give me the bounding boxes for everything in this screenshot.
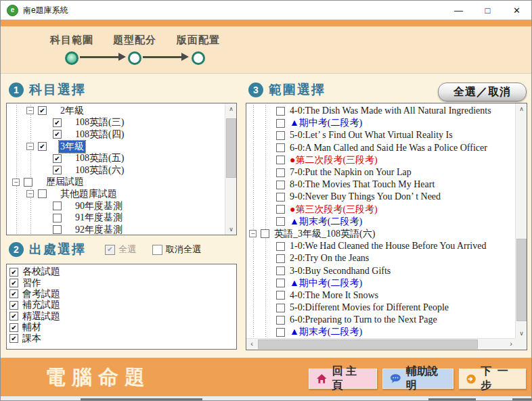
checkbox[interactable] bbox=[53, 225, 62, 234]
range-tree-item[interactable]: 8-0:The Movies That Touch My Heart bbox=[246, 179, 515, 191]
checkbox[interactable] bbox=[276, 279, 285, 287]
tree-item-label[interactable]: 92年度基測 bbox=[74, 224, 124, 235]
checkbox[interactable] bbox=[276, 242, 285, 251]
tree-item-label[interactable]: 9-0:Never Buy Things You Don’ t Need bbox=[288, 191, 442, 202]
range-horizontal-scrollbar[interactable]: ‹ › bbox=[246, 338, 516, 350]
subject-vertical-scrollbar[interactable]: ∧ ∨ bbox=[225, 103, 236, 235]
subject-tree-item[interactable]: 90年度基測 bbox=[7, 200, 225, 212]
deselect-all-checkbox[interactable] bbox=[152, 245, 162, 255]
subject-tree-item[interactable]: ✔108英語(三) bbox=[7, 117, 225, 129]
range-tree-item[interactable]: ▲期末考(二段考) bbox=[246, 216, 515, 228]
range-tree-item[interactable]: 1-0:We Had Cleaned the House Before You … bbox=[246, 240, 515, 252]
tree-item-label[interactable]: 8-0:The Movies That Touch My Heart bbox=[288, 179, 436, 190]
checkbox[interactable] bbox=[276, 205, 285, 214]
tree-item-label[interactable]: 108英語(四) bbox=[74, 128, 125, 141]
checkbox[interactable] bbox=[261, 229, 269, 238]
tree-item-label[interactable]: 90年度基測 bbox=[74, 200, 124, 212]
tree-item-label[interactable]: 1-0:We Had Cleaned the House Before You … bbox=[288, 241, 487, 252]
range-tree-item[interactable]: ▲期中考(二段考) bbox=[246, 117, 515, 129]
select-toggle-button[interactable]: 全選／取消 bbox=[438, 82, 527, 101]
subject-tree-item[interactable]: −✔3年級 bbox=[7, 141, 225, 153]
range-tree-item[interactable]: 7-0:Put the Napkin on Your Lap bbox=[246, 166, 515, 179]
checkbox[interactable] bbox=[276, 131, 285, 140]
next-step-button[interactable]: 下 一 步 bbox=[459, 369, 526, 389]
checkbox[interactable]: ✔ bbox=[53, 154, 62, 163]
checkbox[interactable]: ✔ bbox=[9, 334, 18, 343]
tree-item-label[interactable]: 3-0:Buy Secondhand Gifts bbox=[288, 266, 392, 277]
checkbox[interactable] bbox=[24, 178, 32, 187]
range-tree-item[interactable]: 5-0:Let’ s Find Out What Virtual Reality… bbox=[246, 129, 515, 141]
tree-item-label[interactable]: ▲期中考(二段考) bbox=[288, 117, 363, 129]
subject-tree-item[interactable]: ✔108英語(六) bbox=[7, 164, 225, 176]
checkbox[interactable] bbox=[276, 156, 285, 164]
home-button[interactable]: 回 主 頁 bbox=[309, 369, 377, 389]
range-tree-item[interactable]: 4-0:The More It Snows bbox=[246, 289, 515, 302]
tree-item-label[interactable]: 4-0:The Dish Was Made with All Natural I… bbox=[288, 105, 493, 116]
checkbox[interactable]: ✔ bbox=[38, 106, 47, 115]
source-item[interactable]: ✔補充試題 bbox=[9, 300, 235, 310]
tree-item-label[interactable]: ▲期末考(二段考) bbox=[288, 326, 363, 338]
tree-item-label[interactable]: 4-0:The More It Snows bbox=[288, 290, 380, 301]
tree-item-label[interactable]: 5-0:Let’ s Find Out What Virtual Reality… bbox=[288, 130, 454, 141]
tree-item-label[interactable]: ●第三次段考(三段考) bbox=[288, 204, 379, 216]
source-item[interactable]: ✔各校試題 bbox=[9, 266, 235, 277]
tree-item-label[interactable]: 108英語(六) bbox=[74, 164, 125, 176]
checkbox[interactable] bbox=[276, 291, 285, 300]
tree-item-label[interactable]: 5-0:Different Movies for Different Peopl… bbox=[288, 302, 450, 313]
minimize-button[interactable]: — bbox=[444, 1, 473, 20]
scroll-down-icon[interactable]: ∨ bbox=[516, 328, 527, 339]
checkbox[interactable] bbox=[276, 143, 285, 152]
collapse-expander-icon[interactable]: − bbox=[26, 190, 34, 197]
collapse-expander-icon[interactable]: − bbox=[12, 179, 20, 186]
range-tree-item[interactable]: ▲期末考(二段考) bbox=[246, 326, 515, 338]
checkbox[interactable]: ✔ bbox=[53, 130, 62, 139]
collapse-expander-icon[interactable]: − bbox=[249, 230, 257, 237]
maximize-button[interactable]: □ bbox=[473, 1, 502, 20]
subject-tree-item[interactable]: 91年度基測 bbox=[7, 212, 225, 224]
close-button[interactable]: ✕ bbox=[502, 1, 531, 20]
checkbox[interactable] bbox=[276, 304, 285, 312]
tree-item-label[interactable]: 英語_3年級_108英語(六) bbox=[273, 228, 376, 240]
checkbox[interactable] bbox=[276, 266, 285, 275]
range-tree-item[interactable]: ●第二次段考(三段考) bbox=[246, 154, 515, 166]
range-tree-item[interactable]: 4-0:The Dish Was Made with All Natural I… bbox=[246, 105, 515, 117]
scroll-down-icon[interactable]: ∨ bbox=[225, 224, 237, 235]
range-tree-item[interactable]: 6-0:Preparing to Turn to the Next Page bbox=[246, 314, 515, 326]
tree-item-label[interactable]: ●第二次段考(三段考) bbox=[288, 154, 379, 166]
range-vertical-scrollbar[interactable]: ∧ ∨ bbox=[515, 103, 527, 339]
checkbox[interactable] bbox=[276, 328, 285, 337]
tree-item-label[interactable]: 108英語(三) bbox=[74, 116, 125, 128]
scroll-left-icon[interactable]: ‹ bbox=[246, 339, 257, 350]
source-item[interactable]: ✔課本 bbox=[9, 333, 235, 344]
select-all-checkbox[interactable]: ✔ bbox=[105, 245, 115, 255]
tree-item-label[interactable]: ▲期中考(二段考) bbox=[288, 277, 363, 289]
checkbox[interactable]: ✔ bbox=[38, 142, 47, 151]
range-tree-item[interactable]: −英語_3年級_108英語(六) bbox=[246, 228, 515, 240]
checkbox[interactable]: ✔ bbox=[9, 268, 18, 277]
checkbox[interactable]: ✔ bbox=[9, 301, 18, 310]
checkbox[interactable] bbox=[276, 217, 285, 226]
checkbox[interactable] bbox=[53, 214, 62, 222]
range-tree-item[interactable]: 6-0:A Man Called and Said He Was a Polic… bbox=[246, 142, 515, 154]
range-tree-item[interactable]: 5-0:Different Movies for Different Peopl… bbox=[246, 302, 515, 314]
checkbox[interactable]: ✔ bbox=[9, 279, 18, 287]
range-tree-item[interactable]: 2-0:Try On the Jeans bbox=[246, 252, 515, 264]
collapse-expander-icon[interactable]: − bbox=[26, 143, 34, 150]
subject-tree-item[interactable]: ✔108英語(四) bbox=[7, 128, 225, 141]
range-tree-item[interactable]: 9-0:Never Buy Things You Don’ t Need bbox=[246, 191, 515, 203]
checkbox[interactable]: ✔ bbox=[9, 323, 18, 332]
subject-tree-item[interactable]: 92年度基測 bbox=[7, 224, 225, 235]
subject-tree-item[interactable]: −歷屆試題 bbox=[7, 176, 225, 189]
tree-item-label[interactable]: 91年度基測 bbox=[74, 212, 124, 224]
checkbox[interactable] bbox=[276, 168, 285, 177]
scrollbar-thumb[interactable] bbox=[516, 239, 527, 321]
checkbox[interactable] bbox=[276, 316, 285, 325]
tree-item-label[interactable]: 6-0:Preparing to Turn to the Next Page bbox=[288, 314, 439, 325]
subject-tree-item[interactable]: −✔2年級 bbox=[7, 105, 225, 117]
checkbox[interactable] bbox=[276, 119, 285, 128]
checkbox[interactable] bbox=[276, 107, 285, 116]
checkbox[interactable]: ✔ bbox=[53, 118, 62, 127]
range-tree-item[interactable]: 3-0:Buy Secondhand Gifts bbox=[246, 264, 515, 277]
scroll-up-icon[interactable]: ∧ bbox=[225, 103, 237, 114]
scrollbar-thumb[interactable] bbox=[226, 118, 236, 178]
